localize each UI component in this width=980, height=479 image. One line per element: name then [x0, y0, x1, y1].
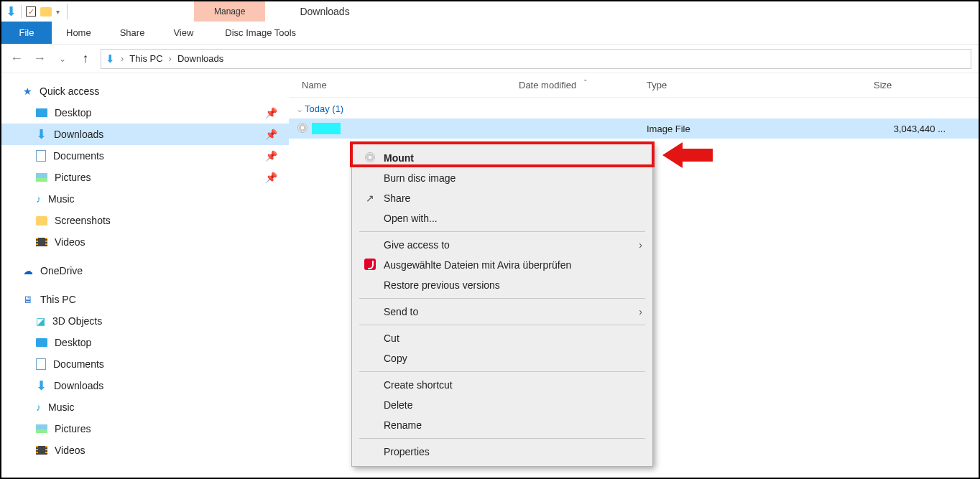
sidebar-pc-documents[interactable]: Documents — [1, 353, 289, 375]
menu-label: Delete — [384, 399, 642, 411]
document-icon — [36, 358, 46, 370]
column-date[interactable]: ⌄Date modified — [519, 80, 647, 90]
crumb-sep: › — [118, 53, 126, 64]
menu-cut[interactable]: Cut — [352, 328, 652, 348]
crumb-downloads[interactable]: Downloads — [177, 53, 223, 64]
sidebar-item-label: Downloads — [54, 380, 103, 391]
file-size-cell: 3,043,440 ... — [874, 124, 946, 134]
chevron-right-icon: › — [639, 239, 642, 251]
menu-give-access[interactable]: Give access to› — [352, 235, 652, 255]
sidebar-item-label: Music — [48, 401, 75, 413]
sidebar-thispc[interactable]: 🖥This PC — [1, 289, 289, 310]
qat-customize-icon[interactable]: ▾ — [56, 8, 60, 16]
objects3d-icon: ◪ — [36, 315, 45, 327]
sidebar-music[interactable]: ♪Music — [1, 188, 289, 210]
navigation-pane: ★Quick access Desktop📌 ⬇Downloads📌 Docum… — [1, 73, 289, 478]
title-bar: ⬇ ✓ ▾ Manage Downloads — [1, 1, 979, 22]
file-tab[interactable]: File — [1, 22, 52, 44]
separator — [21, 5, 22, 18]
menu-properties[interactable]: Properties — [352, 442, 652, 462]
forward-button[interactable]: → — [32, 51, 47, 66]
menu-label: Share — [384, 192, 642, 204]
column-name[interactable]: Name — [289, 80, 519, 90]
sidebar-item-label: Music — [48, 193, 75, 205]
sidebar-pc-desktop[interactable]: Desktop — [1, 332, 289, 353]
folder-icon — [36, 216, 47, 225]
sidebar-documents[interactable]: Documents📌 — [1, 145, 289, 167]
home-tab[interactable]: Home — [52, 22, 106, 44]
pin-icon: 📌 — [265, 129, 277, 140]
menu-label: Burn disc image — [384, 172, 642, 184]
document-icon — [36, 150, 46, 162]
sidebar-desktop[interactable]: Desktop📌 — [1, 102, 289, 124]
context-menu: Mount Burn disc image ↗Share Open with..… — [351, 143, 653, 467]
app-icon: ⬇ — [6, 4, 17, 19]
desktop-icon — [36, 108, 47, 117]
sidebar-pictures[interactable]: Pictures📌 — [1, 167, 289, 188]
menu-send-to[interactable]: Send to› — [352, 302, 652, 322]
sidebar-item-label: Screenshots — [55, 215, 111, 226]
sidebar-item-label: Pictures — [55, 172, 91, 183]
disc-image-icon — [296, 123, 309, 135]
group-header-today[interactable]: ⌵Today (1) — [289, 98, 979, 118]
video-icon — [36, 238, 47, 246]
sidebar-item-label: Documents — [53, 358, 104, 370]
up-button[interactable]: ↑ — [78, 51, 93, 66]
pictures-icon — [36, 173, 47, 182]
menu-avira-scan[interactable]: Ausgewählte Dateien mit Avira überprüfen — [352, 255, 652, 275]
sidebar-item-label: Quick access — [40, 85, 99, 97]
column-size[interactable]: Size — [874, 80, 946, 90]
menu-burn[interactable]: Burn disc image — [352, 168, 652, 188]
file-row[interactable]: Image File 3,043,440 ... — [289, 118, 979, 139]
sidebar-item-label: Documents — [53, 150, 104, 162]
menu-mount[interactable]: Mount — [352, 148, 652, 168]
crumb-sep: › — [166, 53, 175, 64]
menu-restore-versions[interactable]: Restore previous versions — [352, 275, 652, 295]
address-row: ← → ⌄ ↑ ⬇ › This PC › Downloads — [1, 45, 979, 73]
column-type[interactable]: Type — [647, 80, 874, 90]
crumb-thispc[interactable]: This PC — [129, 53, 162, 64]
menu-create-shortcut[interactable]: Create shortcut — [352, 375, 652, 395]
download-icon: ⬇ — [36, 126, 47, 142]
sidebar-item-label: Downloads — [54, 129, 103, 140]
menu-rename[interactable]: Rename — [352, 415, 652, 435]
sidebar-videos[interactable]: Videos — [1, 231, 289, 253]
pictures-icon — [36, 424, 47, 433]
menu-separator — [359, 371, 645, 372]
recent-dropdown[interactable]: ⌄ — [55, 54, 70, 64]
sidebar-item-label: Videos — [55, 445, 85, 456]
sidebar-pc-downloads[interactable]: ⬇Downloads — [1, 375, 289, 396]
sidebar-quick-access[interactable]: ★Quick access — [1, 80, 289, 102]
video-icon — [36, 446, 47, 455]
sidebar-3dobjects[interactable]: ◪3D Objects — [1, 310, 289, 332]
sidebar-pc-music[interactable]: ♪Music — [1, 396, 289, 418]
pin-icon: 📌 — [265, 150, 277, 162]
menu-label: Restore previous versions — [384, 279, 642, 291]
menu-share[interactable]: ↗Share — [352, 188, 652, 208]
qat-properties-icon[interactable]: ✓ — [26, 6, 36, 17]
avira-icon — [362, 259, 378, 272]
address-bar[interactable]: ⬇ › This PC › Downloads — [101, 49, 971, 69]
menu-label: Open with... — [384, 213, 642, 224]
sidebar-downloads[interactable]: ⬇Downloads📌 — [1, 124, 289, 145]
sidebar-screenshots[interactable]: Screenshots — [1, 210, 289, 231]
menu-label: Rename — [384, 419, 642, 431]
back-button[interactable]: ← — [9, 51, 24, 66]
contextual-tab-group: Manage — [194, 1, 265, 22]
share-tab[interactable]: Share — [106, 22, 160, 44]
menu-copy[interactable]: Copy — [352, 348, 652, 368]
sidebar-pc-pictures[interactable]: Pictures — [1, 418, 289, 440]
view-tab[interactable]: View — [159, 22, 208, 44]
sidebar-onedrive[interactable]: ☁OneDrive — [1, 260, 289, 282]
menu-delete[interactable]: Delete — [352, 395, 652, 415]
file-type-cell: Image File — [647, 124, 874, 134]
disc-image-tools-tab[interactable]: Disc Image Tools — [215, 22, 306, 44]
star-icon: ★ — [23, 85, 32, 97]
chevron-right-icon: › — [639, 306, 642, 317]
qat-newfolder-icon[interactable] — [40, 7, 52, 17]
sidebar-pc-videos[interactable]: Videos — [1, 440, 289, 461]
sidebar-item-label: Videos — [55, 236, 85, 248]
menu-separator — [359, 231, 645, 232]
menu-open-with[interactable]: Open with... — [352, 208, 652, 228]
sidebar-item-label: 3D Objects — [52, 315, 102, 327]
